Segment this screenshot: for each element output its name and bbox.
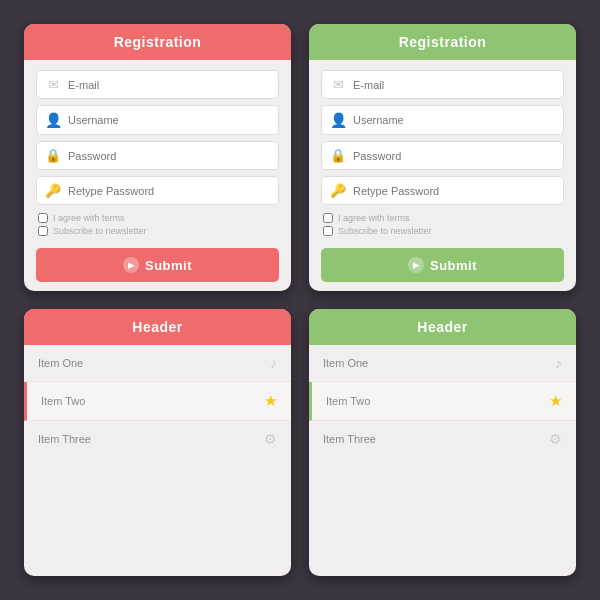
card-body-reg-green: ✉ 👤 🔒 🔑 I agree with terms <box>309 60 576 291</box>
main-grid: Registration ✉ 👤 🔒 🔑 I agree wi <box>0 0 600 600</box>
subscribe-text-g: Subscribe to newsletter <box>338 226 432 236</box>
list-item-one-green[interactable]: Item One ♪ <box>309 345 576 382</box>
item-three-label-green: Item Three <box>323 433 376 445</box>
password-input-g[interactable] <box>353 150 555 162</box>
list-item-three-red[interactable]: Item Three ⚙ <box>24 421 291 457</box>
email-input[interactable] <box>68 79 270 91</box>
lock-icon-g: 🔒 <box>330 148 346 163</box>
music-icon-red: ♪ <box>270 355 277 371</box>
star-icon-red: ★ <box>264 392 277 410</box>
item-three-label-red: Item Three <box>38 433 91 445</box>
list-item-two-green[interactable]: Item Two ★ <box>309 382 576 421</box>
username-row-g: 👤 <box>321 105 564 135</box>
submit-button-red[interactable]: ▶ Submit <box>36 248 279 282</box>
list-body-green: Item One ♪ Item Two ★ Item Three ⚙ <box>309 345 576 576</box>
star-icon-green: ★ <box>549 392 562 410</box>
submit-label-green: Submit <box>430 258 477 273</box>
agree-terms-checkbox[interactable] <box>38 213 48 223</box>
list-body-red: Item One ♪ Item Two ★ Item Three ⚙ <box>24 345 291 576</box>
user-icon: 👤 <box>45 112 61 128</box>
subscribe-label-g[interactable]: Subscribe to newsletter <box>323 226 562 236</box>
registration-card-red: Registration ✉ 👤 🔒 🔑 I agree wi <box>24 24 291 291</box>
list-card-green: Header Item One ♪ Item Two ★ Item Three … <box>309 309 576 576</box>
retype-password-input[interactable] <box>68 185 270 197</box>
lock-icon: 🔒 <box>45 148 61 163</box>
item-one-label-green: Item One <box>323 357 368 369</box>
play-icon-red: ▶ <box>123 257 139 273</box>
password-input[interactable] <box>68 150 270 162</box>
retype-password-input-g[interactable] <box>353 185 555 197</box>
email-icon: ✉ <box>45 77 61 92</box>
gear-icon-red: ⚙ <box>264 431 277 447</box>
password-row-g: 🔒 <box>321 141 564 170</box>
username-row: 👤 <box>36 105 279 135</box>
email-input-g[interactable] <box>353 79 555 91</box>
retype-password-row: 🔑 <box>36 176 279 205</box>
list-header-green: Header <box>309 309 576 345</box>
item-two-label-red: Item Two <box>41 395 85 407</box>
submit-button-green[interactable]: ▶ Submit <box>321 248 564 282</box>
agree-terms-label[interactable]: I agree with terms <box>38 213 277 223</box>
password-row: 🔒 <box>36 141 279 170</box>
play-icon-green: ▶ <box>408 257 424 273</box>
submit-label-red: Submit <box>145 258 192 273</box>
list-item-one-red[interactable]: Item One ♪ <box>24 345 291 382</box>
email-row: ✉ <box>36 70 279 99</box>
agree-terms-checkbox-g[interactable] <box>323 213 333 223</box>
subscribe-checkbox-g[interactable] <box>323 226 333 236</box>
email-row-g: ✉ <box>321 70 564 99</box>
music-icon-green: ♪ <box>555 355 562 371</box>
list-item-three-green[interactable]: Item Three ⚙ <box>309 421 576 457</box>
key-icon-g: 🔑 <box>330 183 346 198</box>
list-header-red: Header <box>24 309 291 345</box>
item-one-label-red: Item One <box>38 357 83 369</box>
subscribe-text: Subscribe to newsletter <box>53 226 147 236</box>
agree-terms-text-g: I agree with terms <box>338 213 410 223</box>
card-body-reg-red: ✉ 👤 🔒 🔑 I agree with terms <box>24 60 291 291</box>
card-header-reg-green: Registration <box>309 24 576 60</box>
list-item-two-red[interactable]: Item Two ★ <box>24 382 291 421</box>
subscribe-checkbox[interactable] <box>38 226 48 236</box>
checkbox-area: I agree with terms Subscribe to newslett… <box>36 211 279 238</box>
subscribe-label[interactable]: Subscribe to newsletter <box>38 226 277 236</box>
email-icon-g: ✉ <box>330 77 346 92</box>
retype-password-row-g: 🔑 <box>321 176 564 205</box>
card-header-reg-red: Registration <box>24 24 291 60</box>
agree-terms-label-g[interactable]: I agree with terms <box>323 213 562 223</box>
gear-icon-green: ⚙ <box>549 431 562 447</box>
key-icon: 🔑 <box>45 183 61 198</box>
username-input[interactable] <box>68 114 270 126</box>
registration-card-green: Registration ✉ 👤 🔒 🔑 I agree wi <box>309 24 576 291</box>
username-input-g[interactable] <box>353 114 555 126</box>
agree-terms-text: I agree with terms <box>53 213 125 223</box>
list-card-red: Header Item One ♪ Item Two ★ Item Three … <box>24 309 291 576</box>
checkbox-area-g: I agree with terms Subscribe to newslett… <box>321 211 564 238</box>
item-two-label-green: Item Two <box>326 395 370 407</box>
user-icon-g: 👤 <box>330 112 346 128</box>
